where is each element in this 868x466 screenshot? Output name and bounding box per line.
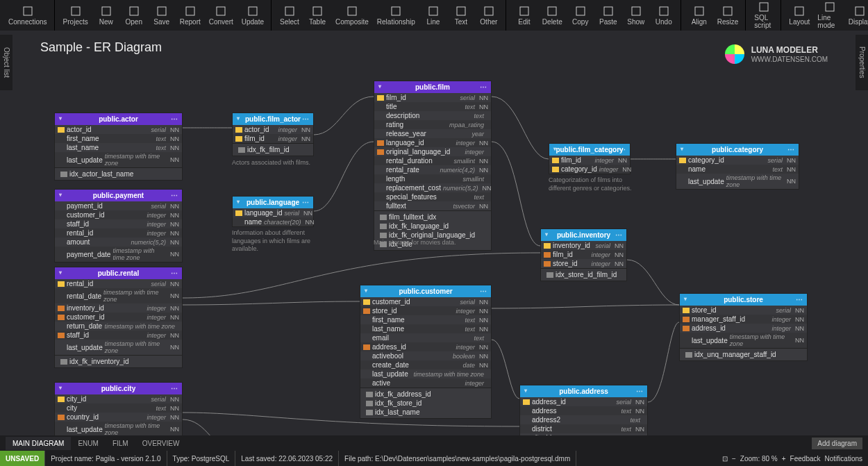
save-status[interactable]: UNSAVED bbox=[0, 451, 45, 466]
table-header[interactable]: ▾public.actor⋯ bbox=[55, 113, 182, 125]
column-row[interactable]: address_idintegerNN bbox=[680, 324, 807, 333]
column-row[interactable]: last_updatetimestamp with time zoneNN bbox=[55, 152, 182, 167]
collapse-icon[interactable]: ▾ bbox=[681, 146, 683, 152]
status-notifications[interactable]: Notifications bbox=[825, 455, 862, 463]
table-menu-icon[interactable]: ⋯ bbox=[636, 388, 643, 395]
collapse-icon[interactable]: ▾ bbox=[524, 388, 527, 394]
add-diagram-button[interactable]: Add diagram bbox=[812, 438, 862, 449]
column-row[interactable]: payment_datetimestamp with time zoneNN bbox=[55, 247, 182, 262]
column-row[interactable]: customer_idintegerNN bbox=[55, 210, 182, 219]
table-store[interactable]: ▾public.store⋯store_idserialNNmanager_st… bbox=[679, 293, 808, 361]
index-row[interactable]: idx_fk_language_id bbox=[377, 222, 488, 231]
diagram-tab-overview[interactable]: OVERVIEW bbox=[135, 437, 187, 450]
diagram-canvas[interactable]: Sample - ER Diagram LUNA MODELER WWW.DAT… bbox=[12, 31, 856, 435]
fit-icon[interactable]: ⊡ bbox=[722, 455, 728, 463]
display-button[interactable]: Display bbox=[846, 1, 868, 29]
table-actor[interactable]: ▾public.actor⋯actor_idserialNNfirst_name… bbox=[54, 113, 183, 181]
column-row[interactable]: descriptiontext bbox=[374, 111, 491, 120]
table-header[interactable]: ▾public.inventory⋯ bbox=[541, 229, 626, 241]
table-inventory[interactable]: ▾public.inventory⋯inventory_idserialNNfi… bbox=[540, 228, 627, 281]
column-row[interactable]: city_idserialNN bbox=[55, 394, 182, 403]
table-rental[interactable]: ▾public.rental⋯rental_idserialNNrental_d… bbox=[54, 267, 183, 368]
connections-button[interactable]: Connections bbox=[4, 1, 51, 29]
index-row[interactable]: idx_fk_film_id bbox=[235, 145, 310, 154]
column-row[interactable]: store_idintegerNN bbox=[541, 259, 626, 268]
diagram-tab-main-diagram[interactable]: MAIN DIAGRAM bbox=[6, 437, 71, 450]
column-row[interactable]: category_idintegerNN bbox=[549, 165, 630, 174]
table-film[interactable]: ▾public.film⋯film_idserialNNtitletextNNd… bbox=[374, 81, 492, 251]
column-row[interactable]: address2text bbox=[520, 415, 647, 424]
table-menu-icon[interactable]: ⋯ bbox=[480, 288, 487, 295]
collapse-icon[interactable]: ▾ bbox=[237, 115, 240, 122]
projects-button[interactable]: Projects bbox=[59, 1, 92, 29]
report-button[interactable]: Report bbox=[176, 1, 205, 29]
zoom-in-icon[interactable]: + bbox=[782, 455, 786, 463]
column-row[interactable]: special_featurestext bbox=[374, 192, 491, 201]
object-list-tab[interactable]: Object list bbox=[0, 35, 12, 90]
zoom-out-icon[interactable]: − bbox=[732, 455, 736, 463]
table-header[interactable]: ▾public.film_actor⋯ bbox=[233, 113, 313, 125]
table-menu-icon[interactable]: ⋯ bbox=[480, 83, 487, 91]
column-row[interactable]: rental_idserialNN bbox=[55, 279, 182, 288]
index-row[interactable]: idx_fk_inventory_id bbox=[58, 357, 179, 366]
column-row[interactable]: activeboolbooleanNN bbox=[360, 351, 491, 360]
table-menu-icon[interactable]: ⋯ bbox=[302, 199, 309, 206]
index-row[interactable]: idx_fk_address_id bbox=[363, 390, 488, 399]
column-row[interactable]: film_idintegerNN bbox=[233, 134, 313, 143]
column-row[interactable]: last_updatetimestamp with time zoneNN bbox=[55, 422, 182, 435]
column-row[interactable]: store_idserialNN bbox=[680, 306, 807, 315]
delete-button[interactable]: Delete bbox=[538, 1, 567, 29]
save-button[interactable]: Save bbox=[148, 1, 176, 29]
column-row[interactable]: original_language_idinteger bbox=[374, 147, 491, 156]
table-menu-icon[interactable]: ⋯ bbox=[787, 146, 794, 153]
collapse-icon[interactable]: ▾ bbox=[365, 288, 367, 294]
table-header[interactable]: ▾public.film_category⋯ bbox=[549, 144, 630, 156]
column-row[interactable]: amountnumeric(5,2)NN bbox=[55, 238, 182, 247]
undo-button[interactable]: Undo bbox=[650, 1, 678, 29]
status-feedback[interactable]: Feedback bbox=[790, 455, 821, 463]
column-row[interactable]: lengthsmallint bbox=[374, 174, 491, 183]
column-row[interactable]: manager_staff_idintegerNN bbox=[680, 315, 807, 324]
index-row[interactable]: film_fulltext_idx bbox=[377, 213, 488, 222]
column-row[interactable]: address_idserialNN bbox=[520, 397, 647, 406]
resize-button[interactable]: Resize bbox=[713, 1, 743, 29]
column-row[interactable]: film_idintegerNN bbox=[549, 156, 630, 165]
column-row[interactable]: film_idintegerNN bbox=[541, 250, 626, 259]
select-button[interactable]: Select bbox=[276, 1, 303, 29]
column-row[interactable]: inventory_idserialNN bbox=[541, 241, 626, 250]
column-row[interactable]: last_updatetimestamp with time zoneNN bbox=[676, 174, 799, 189]
column-row[interactable]: store_idintegerNN bbox=[360, 306, 491, 315]
table-header[interactable]: ▾public.language⋯ bbox=[233, 197, 313, 208]
index-row[interactable]: idx_last_name bbox=[363, 408, 488, 417]
table-payment[interactable]: ▾public.payment⋯payment_idserialNNcustom… bbox=[54, 189, 183, 263]
column-row[interactable]: language_idintegerNN bbox=[374, 138, 491, 147]
table-header[interactable]: ▾public.payment⋯ bbox=[55, 190, 182, 201]
collapse-icon[interactable]: ▾ bbox=[237, 199, 240, 205]
table-menu-icon[interactable]: ⋯ bbox=[171, 192, 178, 199]
column-row[interactable]: last_updatetimestamp with time zone bbox=[360, 369, 491, 378]
table-address[interactable]: ▾public.address⋯address_idserialNNaddres… bbox=[519, 385, 648, 435]
table-menu-icon[interactable]: ⋯ bbox=[171, 115, 178, 123]
collapse-icon[interactable]: ▾ bbox=[553, 146, 556, 152]
collapse-icon[interactable]: ▾ bbox=[378, 83, 381, 90]
column-row[interactable]: rental_durationsmallintNN bbox=[374, 156, 491, 165]
table-header[interactable]: ▾public.customer⋯ bbox=[360, 285, 491, 297]
column-row[interactable]: namecharacter(20)NN bbox=[233, 217, 313, 226]
new-button[interactable]: New bbox=[92, 1, 120, 29]
table-menu-icon[interactable]: ⋯ bbox=[619, 146, 626, 153]
table-header[interactable]: ▾public.address⋯ bbox=[520, 385, 647, 397]
column-row[interactable]: first_nametextNN bbox=[360, 315, 491, 324]
open-button[interactable]: Open bbox=[120, 1, 148, 29]
composite-button[interactable]: Composite bbox=[331, 1, 373, 29]
table-header[interactable]: ▾public.category⋯ bbox=[676, 144, 799, 156]
column-row[interactable]: customer_idintegerNN bbox=[55, 313, 182, 322]
table-film_actor[interactable]: ▾public.film_actor⋯actor_idintegerNNfilm… bbox=[232, 113, 314, 156]
table-menu-icon[interactable]: ⋯ bbox=[796, 296, 803, 303]
paste-button[interactable]: Paste bbox=[594, 1, 622, 29]
layout-button[interactable]: Layout bbox=[785, 1, 813, 29]
column-row[interactable]: last_nametextNN bbox=[55, 143, 182, 152]
line-mode-button[interactable]: Line mode bbox=[813, 1, 846, 29]
relationship-button[interactable]: Relationship bbox=[373, 1, 419, 29]
line-button[interactable]: Line bbox=[419, 1, 447, 29]
collapse-icon[interactable]: ▾ bbox=[59, 192, 62, 198]
